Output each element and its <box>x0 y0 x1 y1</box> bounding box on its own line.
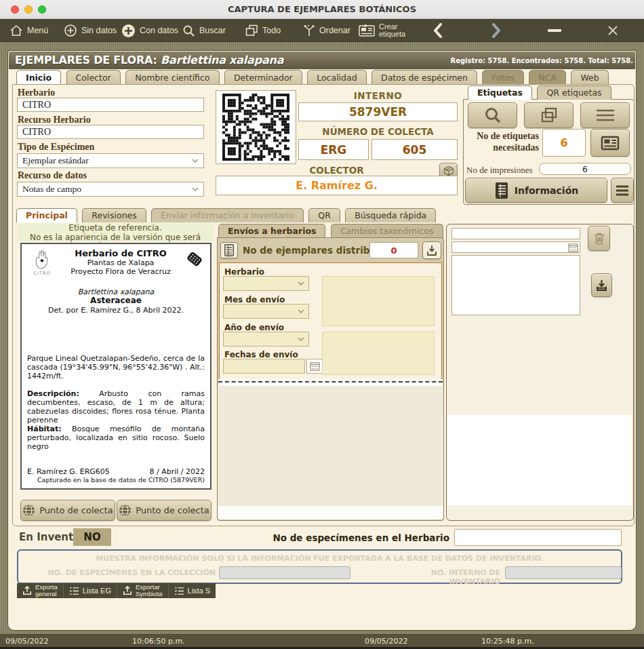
status-date-2: 09/05/2022 <box>365 637 407 646</box>
notes-textarea[interactable] <box>451 255 580 315</box>
interno-field[interactable]: 5879VER <box>298 102 458 121</box>
tipo-especimen-label: Tipo de Espécimen <box>18 142 94 153</box>
etiquetas-badge-button[interactable] <box>590 129 630 157</box>
envios-download-button[interactable] <box>422 241 441 259</box>
next-record-button[interactable] <box>491 19 502 42</box>
status-time-2: 10:25:48 p.m. <box>481 637 534 646</box>
trash-icon <box>593 232 605 245</box>
sin-datos-button[interactable]: Sin datos <box>64 19 117 42</box>
calendar-icon <box>310 362 320 371</box>
coleccion-field[interactable] <box>219 566 350 579</box>
chevron-down-icon <box>192 159 199 163</box>
tab-inicio[interactable]: Inicio <box>16 70 61 85</box>
close-button[interactable] <box>607 19 618 42</box>
ordenar-button[interactable]: Ordenar <box>303 19 350 42</box>
etiquetas-search-button[interactable] <box>468 102 517 128</box>
exporta-general-button[interactable]: Exportageneral <box>17 583 63 598</box>
tab-revisiones[interactable]: Revisiones <box>82 208 146 222</box>
toolbar: Menú Sin datos Con datos Buscar Todo Ord… <box>0 19 644 42</box>
download-icon <box>596 279 607 292</box>
etiquetas-list-button[interactable] <box>580 102 630 128</box>
impresiones-label: No de impresiones <box>466 165 532 176</box>
tab-web[interactable]: Web <box>571 70 608 85</box>
delete-button[interactable] <box>588 226 610 251</box>
list-icon <box>174 587 184 595</box>
envio-notes-area-2[interactable] <box>322 332 435 375</box>
etiquetas-copy-button[interactable] <box>524 102 573 128</box>
menu-lines-icon <box>616 185 629 196</box>
tab-principal[interactable]: Principal <box>16 208 77 222</box>
punto-colecta-button-2[interactable]: Punto de colecta <box>117 500 212 521</box>
prev-record-button[interactable] <box>432 19 443 42</box>
notes-white-area <box>447 415 632 505</box>
colecta-prefix-field[interactable]: ERG <box>298 139 369 160</box>
recurso-datos-select[interactable]: Notas de campo <box>17 182 204 197</box>
envio-herbario-label: Herbario <box>224 267 264 277</box>
tab-cambios-taxonomicos[interactable]: Cambios taxonómicos <box>331 224 443 238</box>
inventory-note: MUESTRA INFORMACIÓN SOLO SI LA INFORMACI… <box>17 554 622 563</box>
herbario-field[interactable]: CITRO <box>17 98 204 112</box>
especimenes-herbario-field[interactable] <box>454 529 622 546</box>
tab-fotos[interactable]: Fotos <box>482 70 523 85</box>
envio-herbario-select[interactable] <box>223 276 309 291</box>
menu-button[interactable]: Menú <box>9 19 48 42</box>
punto-colecta-button-1[interactable]: Punto de colecta <box>20 500 115 521</box>
interno-inventario-field[interactable] <box>505 566 622 579</box>
envio-fechas-field[interactable] <box>223 359 305 374</box>
recurso-herbario-field[interactable]: CITRO <box>17 125 204 139</box>
envio-ano-select[interactable] <box>223 332 309 347</box>
notes-field-1[interactable] <box>451 228 580 239</box>
envio-notes-area-1[interactable] <box>322 276 435 326</box>
todo-label: Todo <box>262 26 281 35</box>
tab-nombre-cientifico[interactable]: Nombre científico <box>125 70 219 85</box>
buscar-button[interactable]: Buscar <box>182 19 226 42</box>
crear-etiqueta-button[interactable]: Crearetiqueta <box>359 19 405 42</box>
etiquetas-necesitadas-label: No de etiquetasnecesitadas <box>463 130 539 153</box>
calendar-icon[interactable] <box>568 243 578 252</box>
tab-busqueda-rapida[interactable]: Búsqueda rápida <box>345 208 436 222</box>
label-footer: E. Ramírez G. ERG605 8 / Abril / 2022 <box>27 467 205 476</box>
lista-eg-button[interactable]: Lista EG <box>63 583 117 598</box>
tab-qr[interactable]: QR <box>308 208 340 222</box>
hand-logo-icon <box>33 249 51 269</box>
etiquetas-menu-button[interactable] <box>611 178 634 203</box>
distribuidos-field[interactable]: 0 <box>369 242 418 258</box>
etiquetas-necesitadas-field[interactable]: 6 <box>542 129 586 157</box>
colecta-number-field[interactable]: 605 <box>371 139 458 160</box>
dashed-separator-bg <box>218 379 443 386</box>
con-datos-button[interactable]: Con datos <box>121 19 178 42</box>
tab-localidad[interactable]: Localidad <box>307 70 366 85</box>
lista-s-button[interactable]: Lista S <box>168 583 216 598</box>
copy-icon <box>540 107 558 123</box>
notes-date-field[interactable] <box>451 241 580 253</box>
menu-label: Menú <box>27 26 48 35</box>
minimize-button[interactable] <box>548 19 561 42</box>
status-date-1: 09/05/2022 <box>5 637 48 646</box>
impresiones-field[interactable]: 6 <box>539 163 631 175</box>
tipo-especimen-select[interactable]: Ejemplar estándar <box>17 153 204 168</box>
tab-enviar-inventario[interactable]: Enviar información a Inventario <box>151 208 304 222</box>
envios-empty-area <box>218 386 443 506</box>
informacion-button[interactable]: Información <box>465 178 607 203</box>
app-window: CAPTURA DE EJEMPLARES BOTÁNICOS Menú Sin… <box>0 0 644 649</box>
tab-envios-herbarios[interactable]: Envíos a herbarios <box>218 224 325 238</box>
envio-mes-select[interactable] <box>223 304 309 319</box>
colector-field[interactable]: E. Ramírez G. <box>216 176 458 195</box>
save-note-button[interactable] <box>591 273 612 297</box>
chevron-down-icon <box>192 187 199 191</box>
tab-colector[interactable]: Colector <box>66 70 121 85</box>
todo-button[interactable]: Todo <box>245 19 281 42</box>
envio-fechas-calendar-button[interactable] <box>306 359 323 374</box>
exportar-symbiota-button[interactable]: ExportarSymbiota <box>117 583 168 598</box>
status-bar: 09/05/2022 10:06:50 p.m. 09/05/2022 10:2… <box>0 634 644 647</box>
tab-etiquetas[interactable]: Etiquetas <box>468 85 532 100</box>
tab-qr-etiquetas[interactable]: QR etiquetas <box>537 85 611 100</box>
tab-nca[interactable]: NCA <box>529 70 566 85</box>
envios-table-button[interactable] <box>220 242 238 258</box>
tab-datos-especimen[interactable]: Datos de espécimen <box>371 70 477 85</box>
globe-icon <box>22 504 35 517</box>
export-bar: Exportageneral Lista EG ExportarSymbiota… <box>17 583 216 598</box>
en-inventario-value[interactable]: NO <box>73 528 111 546</box>
tab-determinador[interactable]: Determinador <box>224 70 302 85</box>
badge-icon <box>601 136 620 151</box>
